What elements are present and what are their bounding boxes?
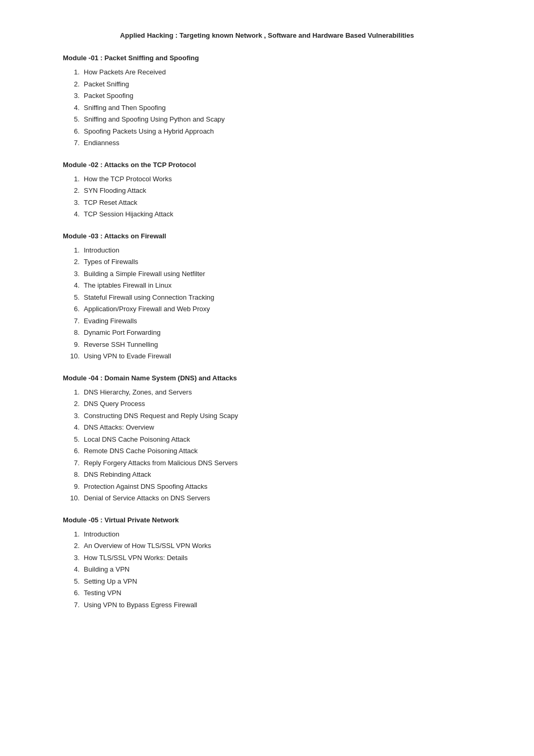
list-item: 3.TCP Reset Attack xyxy=(63,198,471,208)
list-item-number: 1. xyxy=(63,387,84,398)
module-05-list: 1.Introduction2.An Overview of How TLS/S… xyxy=(63,529,471,610)
list-item-text: Endianness xyxy=(84,138,471,148)
list-item-text: Reverse SSH Tunnelling xyxy=(84,339,471,350)
list-item: 2.DNS Query Process xyxy=(63,399,471,409)
list-item-text: How the TCP Protocol Works xyxy=(84,174,471,184)
list-item-text: Building a VPN xyxy=(84,564,471,575)
modules-container: Module -01 : Packet Sniffing and Spoofin… xyxy=(63,54,471,610)
list-item-text: How Packets Are Received xyxy=(84,67,471,78)
list-item: 6.Spoofing Packets Using a Hybrid Approa… xyxy=(63,126,471,137)
list-item: 8.DNS Rebinding Attack xyxy=(63,469,471,480)
list-item-number: 3. xyxy=(63,269,84,279)
list-item: 4.DNS Attacks: Overview xyxy=(63,422,471,433)
module-04-list: 1.DNS Hierarchy, Zones, and Servers2.DNS… xyxy=(63,387,471,503)
list-item: 5.Local DNS Cache Poisoning Attack xyxy=(63,434,471,445)
module-04-title: Module -04 : Domain Name System (DNS) an… xyxy=(63,374,471,382)
module-02-title: Module -02 : Attacks on the TCP Protocol xyxy=(63,161,471,169)
list-item: 2.SYN Flooding Attack xyxy=(63,185,471,196)
list-item: 3.Packet Spoofing xyxy=(63,91,471,101)
module-03-list: 1.Introduction2.Types of Firewalls3.Buil… xyxy=(63,245,471,361)
list-item-number: 5. xyxy=(63,114,84,125)
list-item-number: 8. xyxy=(63,469,84,480)
module-02-section: Module -02 : Attacks on the TCP Protocol… xyxy=(63,161,471,220)
list-item: 2.Types of Firewalls xyxy=(63,257,471,267)
list-item-number: 4. xyxy=(63,564,84,575)
list-item-text: Building a Simple Firewall using Netfilt… xyxy=(84,269,471,279)
list-item-number: 2. xyxy=(63,257,84,267)
list-item-number: 1. xyxy=(63,529,84,540)
list-item-text: How TLS/SSL VPN Works: Details xyxy=(84,553,471,563)
list-item: 6.Testing VPN xyxy=(63,588,471,598)
list-item-number: 9. xyxy=(63,339,84,350)
list-item-number: 7. xyxy=(63,600,84,610)
list-item-text: Evading Firewalls xyxy=(84,316,471,326)
list-item: 1.How the TCP Protocol Works xyxy=(63,174,471,184)
list-item-number: 5. xyxy=(63,292,84,303)
list-item-text: Dynamic Port Forwarding xyxy=(84,327,471,338)
list-item: 5.Setting Up a VPN xyxy=(63,576,471,587)
list-item: 1.How Packets Are Received xyxy=(63,67,471,78)
list-item: 10.Using VPN to Evade Firewall xyxy=(63,351,471,361)
list-item: 2.Packet Sniffing xyxy=(63,79,471,90)
list-item-text: DNS Rebinding Attack xyxy=(84,469,471,480)
list-item-text: TCP Reset Attack xyxy=(84,198,471,208)
list-item-text: Packet Sniffing xyxy=(84,79,471,90)
module-01-title: Module -01 : Packet Sniffing and Spoofin… xyxy=(63,54,471,62)
list-item-number: 3. xyxy=(63,553,84,563)
list-item: 9.Protection Against DNS Spoofing Attack… xyxy=(63,481,471,492)
list-item-text: DNS Attacks: Overview xyxy=(84,422,471,433)
list-item-text: TCP Session Hijacking Attack xyxy=(84,209,471,220)
list-item-text: Sniffing and Then Spoofing xyxy=(84,103,471,113)
module-02-list: 1.How the TCP Protocol Works2.SYN Floodi… xyxy=(63,174,471,220)
list-item-number: 1. xyxy=(63,67,84,78)
list-item: 1.Introduction xyxy=(63,245,471,256)
list-item: 4.TCP Session Hijacking Attack xyxy=(63,209,471,220)
list-item-number: 1. xyxy=(63,174,84,184)
list-item-number: 10. xyxy=(63,493,84,503)
list-item-number: 6. xyxy=(63,304,84,314)
list-item-number: 1. xyxy=(63,245,84,256)
list-item-number: 2. xyxy=(63,399,84,409)
list-item-text: Introduction xyxy=(84,245,471,256)
list-item-number: 3. xyxy=(63,411,84,421)
list-item-number: 8. xyxy=(63,327,84,338)
list-item-text: Setting Up a VPN xyxy=(84,576,471,587)
module-04-section: Module -04 : Domain Name System (DNS) an… xyxy=(63,374,471,503)
list-item-text: Local DNS Cache Poisoning Attack xyxy=(84,434,471,445)
list-item-text: Introduction xyxy=(84,529,471,540)
list-item: 4.Sniffing and Then Spoofing xyxy=(63,103,471,113)
list-item-text: Stateful Firewall using Connection Track… xyxy=(84,292,471,303)
module-01-section: Module -01 : Packet Sniffing and Spoofin… xyxy=(63,54,471,148)
list-item-number: 6. xyxy=(63,126,84,137)
list-item: 4.The iptables Firewall in Linux xyxy=(63,280,471,291)
page-title: Applied Hacking : Targeting known Networ… xyxy=(63,31,471,39)
module-03-title: Module -03 : Attacks on Firewall xyxy=(63,232,471,240)
list-item-text: Packet Spoofing xyxy=(84,91,471,101)
list-item: 1.DNS Hierarchy, Zones, and Servers xyxy=(63,387,471,398)
list-item-number: 4. xyxy=(63,280,84,291)
list-item: 7.Using VPN to Bypass Egress Firewall xyxy=(63,600,471,610)
list-item-text: Testing VPN xyxy=(84,588,471,598)
list-item: 7.Reply Forgery Attacks from Malicious D… xyxy=(63,458,471,468)
list-item-text: The iptables Firewall in Linux xyxy=(84,280,471,291)
list-item: 7.Evading Firewalls xyxy=(63,316,471,326)
list-item: 5.Stateful Firewall using Connection Tra… xyxy=(63,292,471,303)
list-item: 10.Denial of Service Attacks on DNS Serv… xyxy=(63,493,471,503)
list-item-text: DNS Query Process xyxy=(84,399,471,409)
list-item-number: 6. xyxy=(63,588,84,598)
list-item: 2.An Overview of How TLS/SSL VPN Works xyxy=(63,541,471,551)
list-item: 7.Endianness xyxy=(63,138,471,148)
list-item-text: SYN Flooding Attack xyxy=(84,185,471,196)
list-item-number: 4. xyxy=(63,103,84,113)
list-item: 3.Constructing DNS Request and Reply Usi… xyxy=(63,411,471,421)
list-item-text: DNS Hierarchy, Zones, and Servers xyxy=(84,387,471,398)
list-item-number: 7. xyxy=(63,138,84,148)
list-item-number: 7. xyxy=(63,316,84,326)
list-item-number: 3. xyxy=(63,91,84,101)
list-item-number: 2. xyxy=(63,185,84,196)
list-item-number: 5. xyxy=(63,434,84,445)
module-01-list: 1.How Packets Are Received2.Packet Sniff… xyxy=(63,67,471,148)
list-item-number: 3. xyxy=(63,198,84,208)
module-05-title: Module -05 : Virtual Private Network xyxy=(63,516,471,524)
list-item-text: Constructing DNS Request and Reply Using… xyxy=(84,411,471,421)
